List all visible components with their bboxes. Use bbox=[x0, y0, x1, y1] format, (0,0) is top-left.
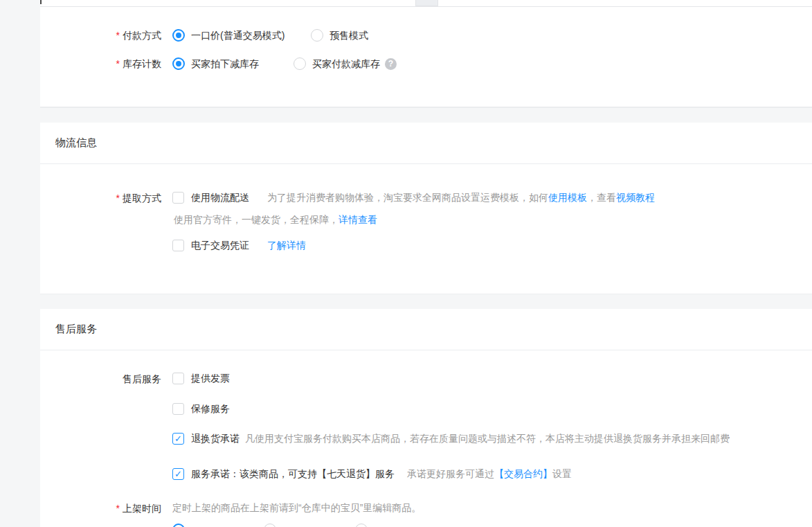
radio-option-label[interactable]: 一口价(普通交易模式) bbox=[191, 28, 285, 42]
payment-method-row: *付款方式 一口价(普通交易模式) 预售模式 bbox=[40, 26, 812, 45]
help-icon[interactable]: ? bbox=[385, 58, 397, 70]
checkbox-warranty-service[interactable]: 保修服务 bbox=[172, 402, 230, 416]
aftersales-section: 售后服务 售后服务 提供发票 保修服务 bbox=[40, 309, 812, 527]
freight-template-note: 为了提升消费者购物体验，淘宝要求全网商品设置运费模板，如何使用模板，查看视频教程 bbox=[267, 190, 655, 204]
checkbox-label[interactable]: 退换货承诺 bbox=[191, 431, 240, 445]
required-asterisk: * bbox=[116, 503, 120, 514]
official-shipping-note: 使用官方寄件，一键发货，全程保障，详情查看 bbox=[174, 214, 812, 226]
logistics-section: 物流信息 *提取方式 使用物流配送 为了提升消费者购物体验，淘宝要求全网商品设置… bbox=[40, 123, 812, 294]
shelf-time-row: *上架时间 定时上架的商品在上架前请到“仓库中的宝贝”里编辑商品。 bbox=[40, 499, 812, 516]
evoucher-details-link[interactable]: 了解详情 bbox=[267, 238, 306, 252]
evoucher-row: 电子交易凭证 了解详情 bbox=[40, 238, 812, 252]
shelf-time-note: 定时上架的商品在上架前请到“仓库中的宝贝”里编辑商品。 bbox=[172, 501, 421, 515]
radio-option-fixed-price[interactable]: 一口价(普通交易模式) bbox=[172, 28, 294, 42]
caret-artifact bbox=[40, 0, 42, 4]
checkbox-icon[interactable] bbox=[172, 373, 184, 384]
left-gutter bbox=[0, 0, 40, 527]
radio-option-presale[interactable]: 预售模式 bbox=[311, 28, 368, 42]
radio-selected-icon[interactable] bbox=[172, 29, 185, 42]
pickup-method-row: *提取方式 使用物流配送 为了提升消费者购物体验，淘宝要求全网商品设置运费模板，… bbox=[40, 190, 812, 205]
radio-option-label[interactable]: 买家拍下减库存 bbox=[191, 57, 259, 71]
radio-unselected-icon[interactable] bbox=[294, 57, 306, 70]
evoucher-spacer bbox=[40, 238, 161, 239]
radio-option-reduce-on-order[interactable]: 买家拍下减库存 bbox=[172, 57, 276, 71]
shelf-time-label: *上架时间 bbox=[40, 501, 161, 515]
trade-contract-link[interactable]: 【交易合约】 bbox=[494, 468, 552, 479]
checkbox-icon[interactable] bbox=[172, 240, 184, 251]
warranty-row: 保修服务 bbox=[40, 400, 812, 417]
radio-selected-icon[interactable] bbox=[172, 524, 185, 527]
return-promise-desc: 凡使用支付宝服务付款购买本店商品，若存在质量问题或与描述不符，本店将主动提供退换… bbox=[245, 431, 730, 445]
aftersales-service-label: 售后服务 bbox=[40, 371, 161, 386]
section-gap bbox=[40, 294, 812, 309]
section-gap bbox=[40, 107, 812, 123]
checkbox-icon[interactable] bbox=[172, 403, 184, 415]
product-form: *付款方式 一口价(普通交易模式) 预售模式 *库存计数 bbox=[40, 0, 812, 527]
radio-option-label[interactable]: 预售模式 bbox=[330, 28, 368, 42]
aftersales-service-row: 售后服务 提供发票 bbox=[40, 370, 812, 386]
checkbox-label[interactable]: 保修服务 bbox=[191, 402, 230, 416]
pickup-method-label: *提取方式 bbox=[40, 190, 161, 205]
video-tutorial-link[interactable]: 视频教程 bbox=[616, 192, 655, 203]
aftersales-section-title: 售后服务 bbox=[40, 309, 812, 350]
radio-selected-icon[interactable] bbox=[172, 57, 185, 70]
radio-option-label[interactable]: 买家付款减库存 bbox=[312, 57, 380, 71]
shelf-time-options-cutoff bbox=[172, 524, 812, 527]
checkbox-checked-icon[interactable] bbox=[172, 433, 184, 445]
logistics-section-title: 物流信息 bbox=[40, 123, 812, 164]
checkbox-electronic-voucher[interactable]: 电子交易凭证 bbox=[172, 238, 249, 252]
checkbox-label[interactable]: 电子交易凭证 bbox=[191, 238, 249, 252]
checkbox-label[interactable]: 使用物流配送 bbox=[191, 190, 249, 204]
inventory-count-row: *库存计数 买家拍下减库存 买家付款减库存 ? bbox=[40, 54, 812, 73]
checkbox-service-promise[interactable]: 服务承诺：该类商品，可支持【七天退货】服务 bbox=[172, 467, 395, 481]
use-template-link[interactable]: 使用模板 bbox=[548, 192, 587, 203]
checkbox-label[interactable]: 服务承诺：该类商品，可支持【七天退货】服务 bbox=[191, 467, 395, 481]
radio-option-reduce-on-payment[interactable]: 买家付款减库存 bbox=[294, 57, 380, 71]
checkbox-label[interactable]: 提供发票 bbox=[191, 371, 230, 385]
checkbox-provide-invoice[interactable]: 提供发票 bbox=[172, 371, 230, 385]
radio-unselected-icon[interactable] bbox=[264, 524, 276, 527]
service-promise-row: 服务承诺：该类商品，可支持【七天退货】服务 承诺更好服务可通过【交易合约】设置 bbox=[40, 465, 812, 482]
service-promise-desc: 承诺更好服务可通过【交易合约】设置 bbox=[407, 467, 572, 481]
inventory-count-label: *库存计数 bbox=[40, 57, 161, 71]
required-asterisk: * bbox=[116, 58, 120, 69]
required-asterisk: * bbox=[116, 30, 120, 41]
payment-method-label: *付款方式 bbox=[40, 28, 161, 42]
payment-settings-section: *付款方式 一口价(普通交易模式) 预售模式 *库存计数 bbox=[40, 7, 812, 107]
radio-unselected-icon[interactable] bbox=[311, 29, 323, 42]
checkbox-return-promise[interactable]: 退换货承诺 bbox=[172, 431, 240, 445]
required-asterisk: * bbox=[116, 193, 120, 204]
checkbox-checked-icon[interactable] bbox=[172, 468, 184, 480]
radio-unselected-icon[interactable] bbox=[355, 524, 368, 527]
top-cutoff-strip bbox=[40, 0, 812, 7]
return-promise-row: 退换货承诺 凡使用支付宝服务付款购买本店商品，若存在质量问题或与描述不符，本店将… bbox=[40, 430, 812, 447]
partial-top-element bbox=[415, 0, 438, 6]
checkbox-logistics-delivery[interactable]: 使用物流配送 bbox=[172, 190, 249, 204]
checkbox-icon[interactable] bbox=[172, 192, 184, 204]
shipping-details-link[interactable]: 详情查看 bbox=[339, 214, 377, 225]
